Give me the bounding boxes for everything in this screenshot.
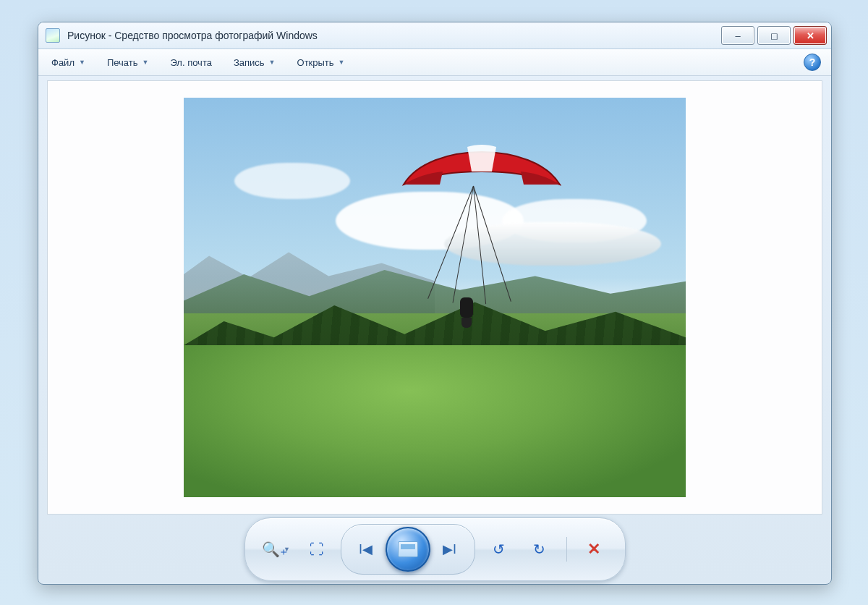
cloud (234, 163, 350, 199)
bottom-toolbar-area: 🔍₊▼ ⛶ I◀ ▶I ↺ ↻ ✕ (47, 523, 822, 575)
fit-to-screen-icon: ⛶ (310, 541, 324, 558)
delete-icon: ✕ (587, 540, 600, 559)
rotate-cw-button[interactable]: ↻ (523, 535, 556, 564)
chevron-down-icon: ▼ (142, 59, 148, 66)
next-icon: ▶I (443, 541, 456, 557)
menu-email[interactable]: Эл. почта (167, 54, 215, 71)
help-icon: ? (809, 56, 816, 68)
chevron-down-icon: ▼ (79, 59, 85, 66)
title-bar[interactable]: Рисунок - Средство просмотра фотографий … (38, 22, 831, 49)
delete-button[interactable]: ✕ (577, 535, 610, 564)
meadow (184, 345, 686, 497)
minimize-icon: – (735, 30, 740, 41)
maximize-button[interactable]: ◻ (757, 26, 791, 45)
zoom-button[interactable]: 🔍₊▼ (260, 535, 293, 564)
menu-file[interactable]: Файл▼ (48, 54, 88, 71)
separator (566, 537, 567, 562)
cloud (444, 222, 661, 266)
app-window: Рисунок - Средство просмотра фотографий … (38, 22, 832, 585)
window-controls: – ◻ ✕ (721, 26, 827, 45)
next-button[interactable]: ▶I (427, 535, 472, 564)
toolbar: 🔍₊▼ ⛶ I◀ ▶I ↺ ↻ ✕ (244, 517, 626, 581)
navigation-group: I◀ ▶I (341, 524, 475, 575)
image-viewport[interactable] (47, 80, 822, 515)
previous-button[interactable]: I◀ (344, 535, 388, 564)
previous-icon: I◀ (359, 541, 373, 557)
displayed-image (184, 98, 686, 497)
slideshow-icon (398, 541, 418, 557)
menu-label: Запись (234, 57, 265, 68)
menu-label: Эл. почта (170, 57, 212, 68)
fit-to-window-button[interactable]: ⛶ (300, 535, 333, 564)
chevron-down-icon: ▼ (269, 59, 276, 66)
menu-bar: Файл▼ Печать▼ Эл. почта Запись▼ Открыть▼… (38, 49, 831, 76)
maximize-icon: ◻ (770, 30, 778, 41)
menu-label: Файл (51, 57, 75, 68)
menu-burn[interactable]: Запись▼ (231, 54, 278, 71)
slideshow-button[interactable] (386, 527, 430, 572)
rotate-left-icon: ↺ (493, 541, 505, 558)
menu-label: Открыть (297, 57, 334, 68)
menu-label: Печать (107, 57, 138, 68)
rotate-ccw-button[interactable]: ↺ (482, 535, 516, 564)
help-button[interactable]: ? (804, 54, 821, 71)
chevron-down-icon: ▼ (339, 59, 345, 66)
close-button[interactable]: ✕ (793, 26, 827, 45)
chevron-down-icon: ▼ (284, 546, 290, 553)
rotate-right-icon: ↻ (533, 541, 545, 558)
close-icon: ✕ (807, 30, 814, 41)
menu-print[interactable]: Печать▼ (104, 54, 152, 71)
window-title: Рисунок - Средство просмотра фотографий … (67, 30, 714, 41)
minimize-button[interactable]: – (721, 26, 754, 45)
menu-open[interactable]: Открыть▼ (294, 54, 348, 71)
app-icon (46, 28, 60, 43)
paraglider-pilot (456, 297, 477, 329)
